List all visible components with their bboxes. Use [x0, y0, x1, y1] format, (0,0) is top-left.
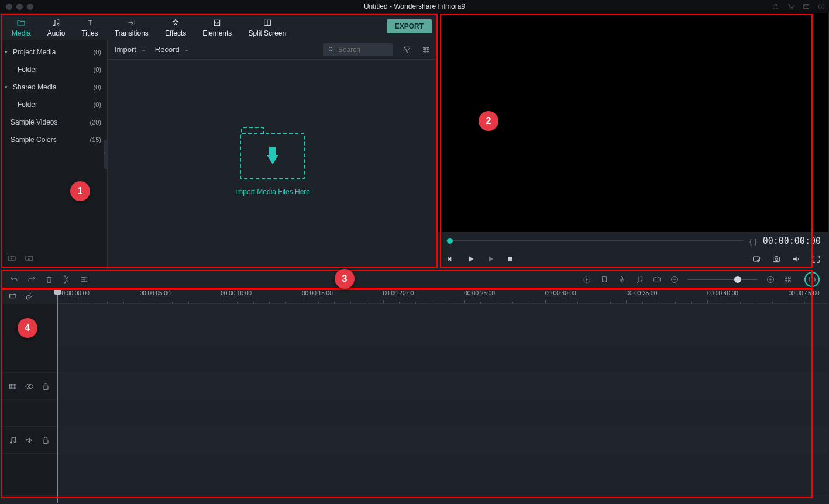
svg-rect-19 [448, 257, 448, 261]
sidebar-item-sample-colors[interactable]: Sample Colors (15) [0, 131, 107, 149]
tab-transitions[interactable]: Transitions [106, 15, 157, 40]
transitions-icon [126, 18, 137, 28]
dropdown-label: Record [155, 45, 180, 54]
audio-track-icon [8, 436, 18, 445]
tab-effects[interactable]: Effects [157, 15, 194, 40]
timeline-playhead[interactable] [57, 289, 58, 503]
audio-track-header[interactable] [1, 427, 57, 454]
account-icon[interactable] [772, 2, 780, 11]
record-dropdown[interactable]: Record ⌄ [155, 45, 189, 54]
tab-label: Elements [202, 29, 232, 37]
tab-label: Effects [165, 29, 186, 37]
sidebar-item-sample-videos[interactable]: Sample Videos (20) [0, 113, 107, 131]
undo-icon[interactable] [9, 275, 19, 284]
track-header-empty3[interactable] [1, 454, 57, 496]
svg-point-32 [637, 281, 638, 283]
sidebar-item-label: Sample Videos [11, 118, 58, 126]
svg-point-25 [64, 276, 66, 277]
fullscreen-icon[interactable] [811, 254, 821, 264]
zoom-knob[interactable] [734, 276, 741, 283]
tab-audio[interactable]: Audio [39, 15, 74, 40]
track-header-empty[interactable] [1, 304, 57, 346]
preview-scrubber[interactable]: {} 00:00:00:00 [438, 233, 829, 249]
track-lane[interactable] [57, 454, 828, 496]
media-drop-zone[interactable]: Import Media Files Here [108, 60, 438, 269]
tab-titles[interactable]: Titles [73, 15, 106, 40]
folder-icon [16, 18, 26, 28]
library-sidebar: ▾ Project Media (0) Folder (0) ▾ Shared … [0, 40, 108, 269]
track-lane[interactable] [57, 346, 828, 373]
grid-view-icon[interactable] [421, 45, 431, 54]
search-field[interactable] [337, 45, 388, 54]
svg-point-47 [14, 441, 16, 443]
ruler-tick-label: 00:00:20:00 [383, 290, 414, 296]
video-track-header[interactable] [1, 373, 57, 400]
preview-video[interactable] [438, 13, 828, 232]
export-button[interactable]: EXPORT [387, 19, 432, 33]
scrub-track[interactable] [446, 240, 744, 241]
sidebar-item-label: Project Media [13, 48, 56, 56]
lock-icon[interactable] [41, 436, 50, 445]
info-icon[interactable] [817, 2, 825, 11]
sidebar-item-shared-folder[interactable]: Folder (0) [0, 96, 107, 113]
add-track-icon[interactable] [8, 292, 18, 301]
audio-mixer-icon[interactable] [635, 275, 644, 284]
split-icon[interactable] [62, 275, 71, 284]
timeline-ruler[interactable]: 00:00:00:0000:00:05:0000:00:10:0000:00:1… [57, 289, 828, 304]
track-header-gap[interactable] [1, 400, 57, 427]
redo-icon[interactable] [27, 275, 36, 284]
window-title: Untitled - Wondershare Filmora9 [0, 2, 829, 11]
volume-icon[interactable] [792, 254, 801, 264]
sidebar-item-label: Folder [18, 101, 37, 109]
render-preview-icon[interactable] [582, 275, 591, 284]
track-lane[interactable] [57, 400, 828, 427]
track-header-empty2[interactable] [1, 346, 57, 373]
import-dropdown[interactable]: Import ⌄ [115, 45, 146, 54]
ruler-tick-label: 00:00:10:00 [221, 290, 252, 296]
search-input[interactable] [323, 43, 393, 56]
stop-icon[interactable] [505, 254, 515, 264]
adjust-icon[interactable] [80, 275, 89, 284]
add-folder-icon[interactable] [7, 253, 16, 263]
filter-icon[interactable] [403, 45, 412, 54]
lock-icon[interactable] [41, 382, 50, 391]
sidebar-item-project-folder[interactable]: Folder (0) [0, 61, 107, 78]
track-lane[interactable] [57, 373, 828, 400]
delete-icon[interactable] [44, 275, 54, 284]
visibility-icon[interactable] [25, 382, 34, 391]
mute-icon[interactable] [25, 436, 34, 445]
tab-media[interactable]: Media [4, 15, 39, 40]
snapshot-icon[interactable] [772, 254, 781, 264]
sidebar-item-project-media[interactable]: ▾ Project Media (0) [0, 43, 107, 61]
sidebar-collapse-handle[interactable] [104, 140, 108, 169]
library-main: Import ⌄ Record ⌄ [108, 40, 438, 269]
play-icon[interactable] [466, 254, 475, 264]
next-frame-icon[interactable] [486, 254, 495, 264]
tab-label: Split Screen [248, 29, 286, 37]
track-lane[interactable] [57, 427, 828, 454]
delete-folder-icon[interactable] [25, 253, 34, 263]
svg-rect-42 [10, 294, 15, 298]
scrub-knob[interactable] [447, 238, 453, 244]
sidebar-item-shared-media[interactable]: ▾ Shared Media (0) [0, 78, 107, 96]
prev-frame-icon[interactable] [446, 254, 455, 264]
tab-elements[interactable]: Elements [194, 15, 240, 40]
track-manager-icon[interactable] [783, 275, 793, 284]
zoom-slider[interactable] [687, 279, 758, 280]
svg-point-6 [57, 23, 59, 25]
help-button[interactable] [804, 272, 820, 287]
sidebar-item-label: Sample Colors [11, 136, 57, 144]
marker-icon[interactable] [600, 275, 609, 284]
link-icon[interactable] [25, 292, 34, 301]
tab-split-screen[interactable]: Split Screen [240, 15, 294, 40]
voiceover-icon[interactable] [617, 275, 627, 284]
zoom-in-icon[interactable] [766, 275, 775, 284]
zoom-out-icon[interactable] [670, 275, 679, 284]
preview-markers[interactable]: {} [749, 237, 757, 246]
mail-icon[interactable] [802, 2, 810, 11]
track-lane[interactable] [57, 304, 828, 346]
cart-icon[interactable] [787, 2, 795, 11]
svg-point-24 [775, 258, 778, 261]
fit-timeline-icon[interactable] [652, 275, 662, 284]
quality-icon[interactable] [752, 254, 761, 264]
